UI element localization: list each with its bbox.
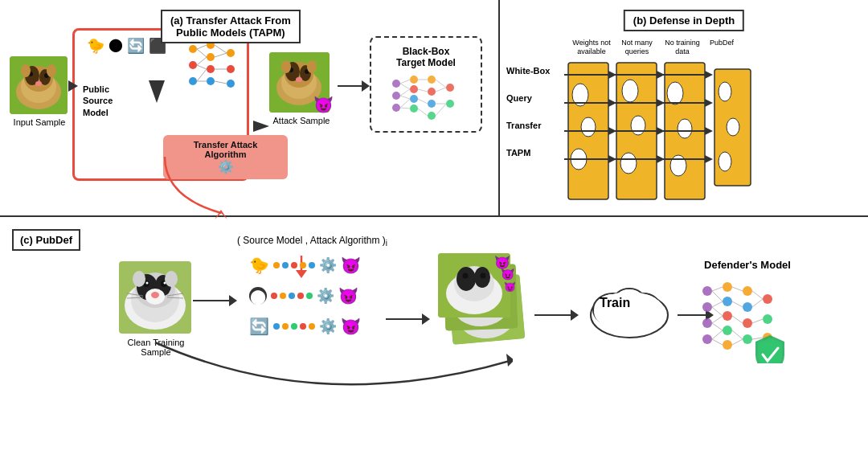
cheese-layers-svg — [564, 55, 761, 211]
section-c-title: (c) PubDef — [12, 229, 80, 251]
svg-point-128 — [151, 292, 159, 298]
column-labels: Weights notavailable Not manyqueries No … — [568, 39, 738, 56]
combo3-devil-mini: 😈 — [341, 317, 361, 336]
svg-line-63 — [400, 96, 410, 99]
svg-marker-31 — [68, 80, 78, 92]
svg-line-193 — [712, 323, 723, 330]
svg-marker-109 — [705, 155, 713, 163]
svg-point-29 — [21, 64, 31, 77]
svg-point-87 — [622, 80, 638, 102]
svg-marker-32 — [149, 80, 165, 103]
svg-line-196 — [732, 287, 743, 291]
svg-line-68 — [418, 99, 428, 104]
svg-line-195 — [712, 339, 723, 345]
svg-line-190 — [712, 301, 723, 307]
svg-line-204 — [752, 338, 763, 339]
svg-point-44 — [307, 60, 317, 73]
combo2-dots — [271, 293, 313, 299]
svg-marker-161 — [571, 309, 579, 321]
row-query: Query — [506, 93, 550, 103]
svg-line-70 — [436, 80, 446, 88]
svg-point-28 — [35, 81, 42, 86]
guinea-pig-svg — [10, 56, 68, 114]
svg-line-17 — [215, 53, 227, 57]
svg-point-111 — [719, 82, 731, 101]
svg-point-133 — [133, 271, 145, 287]
svg-point-174 — [702, 318, 712, 328]
svg-marker-136 — [229, 295, 237, 306]
transfer-attack-algorithm-box: Transfer Attack Algorithm ⚙️ — [163, 135, 288, 179]
source-icons: 🐤 ⬤ 🔄 ⬛ — [87, 37, 166, 55]
col-label-weights: Weights notavailable — [568, 39, 615, 56]
svg-line-188 — [712, 287, 723, 291]
clean-guinea-pig-svg — [119, 261, 191, 334]
combo1-dots — [273, 262, 315, 268]
top-section: (a) Transfer Attack FromPublic Models (T… — [0, 0, 868, 217]
svg-line-191 — [712, 307, 723, 316]
svg-point-101 — [670, 155, 686, 176]
emoji-chicken-icon: 🐤 — [87, 37, 104, 55]
svg-line-64 — [400, 99, 410, 108]
svg-point-8 — [227, 65, 235, 73]
svg-line-19 — [215, 81, 227, 84]
arrow-clean-to-combos — [193, 295, 241, 306]
svg-point-179 — [723, 326, 732, 335]
svg-point-156 — [457, 267, 476, 291]
svg-marker-138 — [422, 313, 430, 325]
svg-line-200 — [732, 339, 743, 345]
svg-point-0 — [189, 45, 197, 53]
svg-point-59 — [446, 100, 454, 108]
svg-line-13 — [197, 65, 207, 69]
row-labels: White-Box Query Transfer TAPM — [506, 66, 550, 158]
svg-point-7 — [227, 49, 235, 57]
svg-line-194 — [712, 330, 723, 339]
black-box-label: Black-BoxTarget Model — [396, 46, 456, 68]
svg-line-69 — [418, 109, 428, 116]
svg-point-185 — [763, 294, 772, 304]
source-model-algo-label: ( Source Model , Attack Algorithm )i — [237, 235, 387, 248]
svg-point-9 — [227, 80, 235, 88]
transfer-attack-label: Transfer Attack — [194, 140, 258, 150]
svg-point-55 — [428, 88, 436, 96]
section-a: (a) Transfer Attack FromPublic Models (T… — [0, 0, 498, 215]
input-sample-image — [10, 56, 68, 114]
svg-point-30 — [47, 64, 56, 77]
svg-marker-46 — [362, 80, 370, 92]
transfer-attack-label2: Algorithm — [205, 150, 247, 159]
section-a-title: (a) Transfer Attack FromPublic Models (T… — [161, 10, 301, 43]
train-cloud-svg — [585, 281, 674, 342]
svg-line-189 — [712, 291, 723, 301]
svg-marker-205 — [506, 354, 513, 367]
svg-point-184 — [743, 334, 752, 344]
svg-point-100 — [678, 119, 692, 138]
arrow-attack-to-blackbox — [338, 80, 370, 92]
svg-line-197 — [732, 301, 743, 307]
svg-point-58 — [446, 84, 454, 92]
svg-point-76 — [581, 117, 596, 137]
svg-line-60 — [400, 80, 410, 84]
svg-point-48 — [392, 92, 400, 100]
svg-point-57 — [428, 112, 436, 120]
clean-training-image — [119, 261, 191, 334]
svg-point-186 — [763, 314, 772, 324]
svg-point-99 — [667, 82, 683, 104]
combo-row-1: 🐤 ⚙️ 😈 — [249, 253, 361, 277]
svg-point-88 — [631, 116, 645, 135]
combo2-devil-small: 😈 — [338, 286, 358, 305]
svg-point-158 — [463, 273, 469, 279]
arrow-stacked-to-train — [534, 309, 583, 321]
svg-point-47 — [392, 80, 400, 88]
svg-point-181 — [743, 286, 752, 296]
section-b: (b) Defense in Depth Weights notavailabl… — [498, 0, 868, 215]
svg-point-50 — [410, 76, 418, 84]
svg-line-14 — [197, 69, 207, 81]
svg-point-112 — [727, 118, 739, 136]
svg-point-182 — [743, 302, 752, 312]
svg-point-43 — [281, 60, 291, 73]
combo3-refresh: 🔄 — [249, 317, 269, 336]
black-box-target: Black-BoxTarget Model — [370, 36, 482, 133]
main-container: (a) Transfer Attack FromPublic Models (T… — [0, 0, 868, 463]
svg-line-16 — [215, 45, 227, 53]
svg-point-89 — [620, 153, 637, 174]
row-transfer: Transfer — [506, 121, 550, 130]
